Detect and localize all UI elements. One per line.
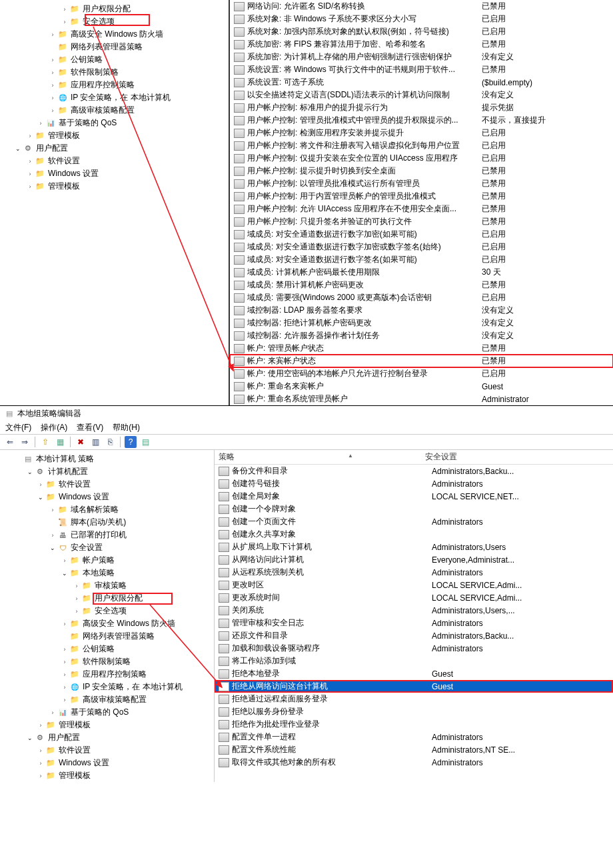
policy-row[interactable]: 系统对象: 非 Windows 子系统不要求区分大小写已启用 bbox=[230, 13, 613, 25]
policy-row[interactable]: 系统对象: 加强内部系统对象的默认权限(例如，符号链接)已启用 bbox=[230, 25, 613, 38]
chevron-right-icon[interactable]: › bbox=[27, 183, 33, 190]
tree-item[interactable]: ›📁应用程序控制策略 bbox=[0, 79, 229, 91]
list-header[interactable]: 策略 ▲ 安全设置 bbox=[215, 450, 613, 465]
policy-row[interactable]: 用户帐户控制: 标准用户的提升提示行为提示凭据 bbox=[230, 101, 613, 114]
tree-item[interactable]: ›📁高级安全 Windows 防火墙 bbox=[0, 617, 214, 630]
policy-row[interactable]: 用户帐户控制: 管理员批准模式中管理员的提升权限提示的...不提示，直接提升 bbox=[230, 114, 613, 127]
chevron-down-icon[interactable]: ⌄ bbox=[15, 145, 21, 152]
policy-row[interactable]: 用户帐户控制: 将文件和注册表写入错误虚拟化到每用户位置已启用 bbox=[230, 139, 613, 152]
chevron-right-icon[interactable]: › bbox=[37, 773, 44, 779]
tree-item[interactable]: ⌄📁Windows 设置 bbox=[0, 491, 214, 503]
policy-row[interactable]: 用户帐户控制: 检测应用程序安装并提示提升已启用 bbox=[230, 127, 613, 139]
policy-row[interactable]: 还原文件和目录Administrators,Backu... bbox=[215, 629, 613, 642]
policy-row[interactable]: 用户帐户控制: 提示提升时切换到安全桌面已禁用 bbox=[230, 165, 613, 177]
chevron-right-icon[interactable]: › bbox=[27, 133, 33, 139]
policy-row[interactable]: 加载和卸载设备驱动程序Administrators bbox=[215, 642, 613, 655]
tree-item[interactable]: ⌄⚙用户配置 bbox=[0, 142, 229, 155]
policy-row[interactable]: 创建一个令牌对象 bbox=[215, 503, 613, 515]
policy-row[interactable]: 拒绝从网络访问这台计算机Guest bbox=[215, 680, 613, 693]
delete-button[interactable]: ✖ bbox=[75, 436, 87, 448]
policy-row[interactable]: 取得文件或其他对象的所有权Administrators bbox=[215, 756, 613, 769]
chevron-right-icon[interactable]: › bbox=[73, 595, 80, 602]
policy-row[interactable]: 用户帐户控制: 仅提升安装在安全位置的 UIAccess 应用程序已启用 bbox=[230, 152, 613, 165]
policy-row[interactable]: 从扩展坞上取下计算机Administrators,Users bbox=[215, 541, 613, 553]
properties-button[interactable]: ▥ bbox=[89, 436, 101, 448]
chevron-down-icon[interactable]: ⌄ bbox=[37, 494, 44, 501]
chevron-right-icon[interactable]: › bbox=[37, 760, 44, 767]
policy-row[interactable]: 从网络访问此计算机Everyone,Administrat... bbox=[215, 553, 613, 566]
policy-row[interactable]: 从远程系统强制关机Administrators bbox=[215, 566, 613, 579]
policy-row[interactable]: 用户帐户控制: 允许 UIAccess 应用程序在不使用安全桌面...已禁用 bbox=[230, 203, 613, 215]
help-button[interactable]: ? bbox=[125, 436, 137, 448]
tree-item[interactable]: ›📁高级安全 Windows 防火墙 bbox=[0, 28, 229, 41]
chevron-right-icon[interactable]: › bbox=[27, 158, 33, 165]
chevron-down-icon[interactable]: ⌄ bbox=[27, 735, 33, 741]
tree-item[interactable]: ⌄⚙计算机配置 bbox=[0, 465, 214, 478]
tree-item[interactable]: ⌄🛡安全设置 bbox=[0, 541, 214, 554]
chevron-right-icon[interactable]: › bbox=[73, 608, 80, 615]
chevron-right-icon[interactable]: › bbox=[49, 532, 56, 539]
chevron-right-icon[interactable]: › bbox=[61, 659, 68, 665]
policy-row[interactable]: 备份文件和目录Administrators,Backu... bbox=[215, 465, 613, 477]
policy-row[interactable]: 域控制器: 允许服务器操作者计划任务没有定义 bbox=[230, 329, 613, 342]
policy-row[interactable]: 域成员: 对安全通道数据进行数字加密或数字签名(始终)已启用 bbox=[230, 241, 613, 253]
policy-row[interactable]: 更改时区LOCAL SERVICE,Admi... bbox=[215, 579, 613, 591]
policy-row[interactable]: 域成员: 需要强(Windows 2000 或更高版本)会话密钥已启用 bbox=[230, 291, 613, 304]
policy-row[interactable]: 网络访问: 允许匿名 SID/名称转换已禁用 bbox=[230, 0, 613, 13]
header-policy[interactable]: 策略 bbox=[219, 451, 425, 463]
policy-row[interactable]: 创建符号链接Administrators bbox=[215, 477, 613, 490]
policy-row[interactable]: 将工作站添加到域 bbox=[215, 655, 613, 667]
chevron-right-icon[interactable]: › bbox=[49, 69, 56, 76]
tree-item[interactable]: ›📁管理模板 bbox=[0, 719, 214, 731]
tree-item[interactable]: ›📁高级审核策略配置 bbox=[0, 693, 214, 706]
chevron-right-icon[interactable]: › bbox=[37, 481, 44, 488]
tree-item[interactable]: ›📁公钥策略 bbox=[0, 53, 229, 66]
menu-item[interactable]: 帮助(H) bbox=[113, 422, 140, 433]
menu-item[interactable]: 文件(F) bbox=[5, 422, 31, 433]
policy-row[interactable]: 创建全局对象LOCAL SERVICE,NET... bbox=[215, 490, 613, 503]
policy-row[interactable]: 域成员: 计算机帐户密码最长使用期限30 天 bbox=[230, 266, 613, 279]
policy-row[interactable]: 域控制器: LDAP 服务器签名要求没有定义 bbox=[230, 304, 613, 317]
tree-item[interactable]: ›📊基于策略的 QoS bbox=[0, 706, 214, 719]
policy-row[interactable]: 更改系统时间LOCAL SERVICE,Admi... bbox=[215, 591, 613, 604]
chevron-right-icon[interactable]: › bbox=[61, 646, 68, 653]
policy-row[interactable]: 帐户: 使用空密码的本地帐户只允许进行控制台登录已启用 bbox=[230, 367, 613, 380]
tree-item[interactable]: ›📁应用程序控制策略 bbox=[0, 668, 214, 681]
tree-item[interactable]: ⌄📁本地策略 bbox=[0, 567, 214, 579]
tree-item[interactable]: ›📊基于策略的 QoS bbox=[0, 117, 229, 129]
chevron-right-icon[interactable]: › bbox=[49, 107, 56, 114]
tree-item[interactable]: ›📁公钥策略 bbox=[0, 643, 214, 655]
policy-row[interactable]: 系统加密: 为计算机上存储的用户密钥强制进行强密钥保护没有定义 bbox=[230, 51, 613, 63]
tree-item[interactable]: ›🌐IP 安全策略，在 本地计算机 bbox=[0, 91, 229, 104]
chevron-right-icon[interactable]: › bbox=[27, 171, 33, 177]
policy-row[interactable]: 帐户: 管理员帐户状态已禁用 bbox=[230, 342, 613, 355]
policy-row[interactable]: 域成员: 禁用计算机帐户密码更改已禁用 bbox=[230, 279, 613, 291]
tree-item[interactable]: ›📁网络列表管理器策略 bbox=[0, 630, 214, 643]
policy-row[interactable]: 用户帐户控制: 只提升签名并验证的可执行文件已禁用 bbox=[230, 215, 613, 228]
policy-row[interactable]: 域成员: 对安全通道数据进行数字加密(如果可能)已启用 bbox=[230, 228, 613, 241]
chevron-right-icon[interactable]: › bbox=[61, 621, 68, 627]
chevron-right-icon[interactable]: › bbox=[73, 583, 80, 589]
policy-row[interactable]: 关闭系统Administrators,Users,... bbox=[215, 604, 613, 617]
chevron-right-icon[interactable]: › bbox=[37, 722, 44, 729]
tree-item[interactable]: ›📁网络列表管理器策略 bbox=[0, 41, 229, 53]
export-button[interactable]: ⎘ bbox=[104, 436, 116, 448]
chevron-right-icon[interactable]: › bbox=[49, 31, 56, 38]
tree-item[interactable]: ›📁软件限制策略 bbox=[0, 655, 214, 668]
chevron-down-icon[interactable]: ⌄ bbox=[61, 570, 68, 577]
tree-item[interactable]: ⌄⚙用户配置 bbox=[0, 731, 214, 744]
policy-row[interactable]: 以安全描述符定义语言(SDDL)语法表示的计算机访问限制没有定义 bbox=[230, 89, 613, 101]
forward-button[interactable]: ⇒ bbox=[19, 436, 31, 448]
menu-item[interactable]: 操作(A) bbox=[41, 422, 67, 433]
chevron-right-icon[interactable]: › bbox=[61, 557, 68, 564]
tree-item[interactable]: ›📁高级审核策略配置 bbox=[0, 104, 229, 117]
policy-row[interactable]: 创建一个页面文件Administrators bbox=[215, 515, 613, 528]
tree-item[interactable]: ›📁管理模板 bbox=[0, 769, 214, 782]
tree-item[interactable]: ›📁软件设置 bbox=[0, 744, 214, 757]
policy-row[interactable]: 配置文件单一进程Administrators bbox=[215, 731, 613, 743]
policy-row[interactable]: 用户帐户控制: 以管理员批准模式运行所有管理员已禁用 bbox=[230, 177, 613, 190]
policy-row[interactable]: 帐户: 重命名系统管理员帐户Administrator bbox=[230, 393, 613, 405]
chevron-down-icon[interactable]: ⌄ bbox=[49, 545, 56, 551]
policy-row[interactable]: 系统加密: 将 FIPS 兼容算法用于加密、哈希和签名已禁用 bbox=[230, 38, 613, 51]
policy-row[interactable]: 帐户: 来宾帐户状态已禁用 bbox=[230, 355, 613, 367]
